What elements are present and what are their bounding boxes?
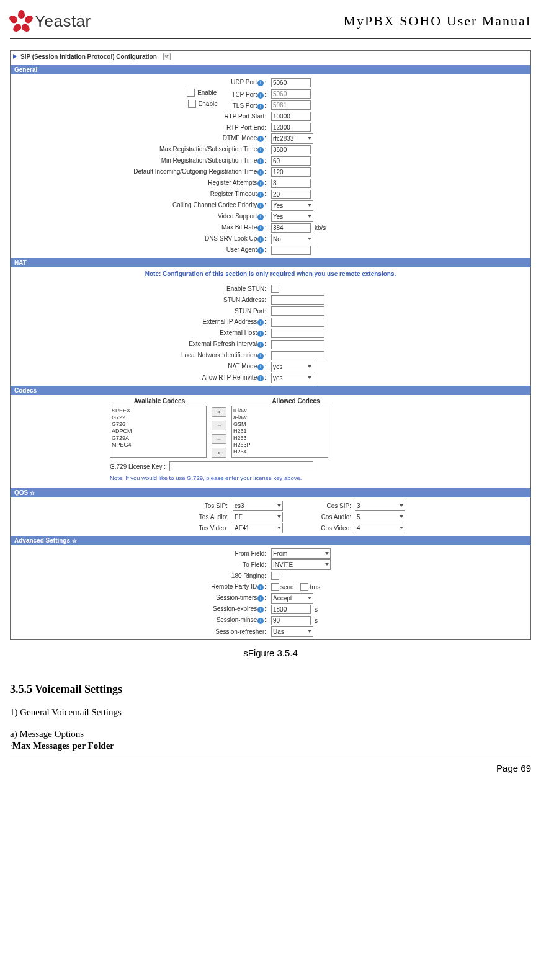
sip-config-title: SIP (Session Initiation Protocol) Config…	[20, 53, 157, 60]
available-codecs-list[interactable]: SPEEXG722G726ADPCMG729AMPEG4	[110, 406, 207, 458]
section-heading: 3.5.5 Voicemail Settings	[10, 683, 531, 696]
info-icon[interactable]: i	[257, 136, 264, 142]
info-icon[interactable]: i	[257, 192, 264, 198]
rtp-end-input[interactable]: 12000	[271, 123, 311, 132]
section-bar-codecs: Codecs	[11, 386, 530, 395]
collapse-icon: ☆	[30, 490, 35, 496]
session-expires-label: Session-expires	[213, 605, 257, 612]
session-minse-input[interactable]: 90	[271, 616, 311, 625]
ext-ip-input[interactable]	[271, 318, 324, 327]
enable-tls-label: Enable	[199, 100, 218, 107]
section-bar-advanced[interactable]: Advanced Settings ☆	[11, 536, 530, 545]
session-expires-input[interactable]: 1800	[271, 605, 311, 614]
max-reg-input[interactable]: 3600	[271, 145, 311, 154]
session-refresher-select[interactable]: Uas	[271, 626, 313, 637]
video-support-select[interactable]: Yes	[271, 212, 313, 222]
info-icon[interactable]: i	[257, 618, 264, 624]
info-icon[interactable]: i	[257, 147, 264, 153]
tos-video-select[interactable]: AF41	[233, 523, 283, 533]
codecs-area: Available Codecs Allowed Codecs SPEEXG72…	[11, 395, 530, 488]
tls-port-input[interactable]: 5061	[271, 100, 311, 110]
general-form: UDP Porti5060 EnableTCP Porti5060 Enable…	[11, 74, 530, 258]
info-icon[interactable]: i	[257, 584, 264, 590]
info-icon[interactable]: i	[257, 319, 264, 326]
ext-ip-label: External IP Address	[203, 318, 257, 325]
enable-tls-checkbox[interactable]	[188, 100, 196, 108]
to-field-select[interactable]: INVITE	[271, 559, 331, 570]
sip-config-screenshot: SIP (Session Initiation Protocol) Config…	[10, 50, 531, 640]
info-icon[interactable]: i	[257, 180, 264, 187]
info-icon[interactable]: i	[257, 364, 264, 370]
info-icon[interactable]: i	[257, 595, 264, 602]
codec-priority-select[interactable]: Yes	[271, 200, 313, 211]
figure-caption: sFigure 3.5.4	[10, 648, 531, 658]
from-field-select[interactable]: From	[271, 548, 331, 559]
stun-port-input[interactable]	[271, 306, 324, 316]
dtmf-mode-select[interactable]: rfc2833	[271, 133, 313, 144]
min-reg-input[interactable]: 60	[271, 156, 311, 166]
info-icon[interactable]: i	[257, 607, 264, 613]
info-icon[interactable]: i	[257, 375, 264, 381]
g729-license-input[interactable]	[169, 461, 313, 471]
remote-party-trust-checkbox[interactable]	[300, 583, 308, 591]
user-agent-input[interactable]	[271, 246, 311, 255]
session-timers-select[interactable]: Accept	[271, 593, 313, 604]
move-right-button[interactable]: →	[212, 421, 226, 430]
tcp-port-input[interactable]: 5060	[271, 89, 311, 99]
ringing-180-checkbox[interactable]	[271, 572, 279, 580]
unit-s: s	[315, 617, 318, 624]
info-icon[interactable]: i	[257, 92, 264, 99]
info-icon[interactable]: i	[257, 225, 264, 231]
enable-stun-checkbox[interactable]	[271, 285, 279, 293]
cos-video-select[interactable]: 4	[355, 523, 405, 533]
move-all-right-button[interactable]: »	[212, 407, 226, 417]
info-icon[interactable]: i	[257, 236, 264, 243]
info-icon[interactable]: i	[257, 331, 264, 337]
ext-refresh-input[interactable]	[271, 340, 324, 349]
udp-port-input[interactable]: 5060	[271, 78, 311, 87]
session-refresher-label: Session-refresher:	[11, 628, 267, 635]
enable-tcp-checkbox[interactable]	[187, 89, 195, 97]
local-net-input[interactable]	[271, 351, 324, 360]
dns-srv-select[interactable]: No	[271, 234, 313, 244]
info-icon[interactable]: i	[257, 342, 264, 348]
dtmf-mode-label: DTMF Mode	[223, 135, 257, 141]
stun-addr-label: STUN Address:	[11, 296, 267, 303]
reg-attempts-input[interactable]: 8	[271, 179, 311, 188]
info-icon[interactable]: i	[257, 203, 264, 209]
max-bitrate-input[interactable]: 384	[271, 223, 311, 233]
reg-timeout-input[interactable]: 20	[271, 190, 311, 199]
tos-audio-select[interactable]: EF	[233, 512, 283, 522]
nat-mode-select[interactable]: yes	[271, 362, 313, 372]
rtp-start-label: RTP Port Start:	[11, 113, 267, 120]
info-icon[interactable]: i	[257, 80, 264, 86]
cos-audio-label: Cos Audio:	[314, 514, 351, 520]
cos-sip-select[interactable]: 3	[355, 501, 405, 511]
subsection-a: a) Message Options	[10, 729, 531, 739]
move-all-left-button[interactable]: «	[212, 448, 226, 458]
allowed-codecs-list[interactable]: u-lawa-lawGSMH261H263H263PH264	[231, 406, 328, 458]
section-bar-qos[interactable]: QOS ☆	[11, 488, 530, 497]
def-reg-input[interactable]: 120	[271, 167, 311, 177]
qos-form: Tos SIP:cs3Cos SIP:3 Tos Audio:EFCos Aud…	[11, 497, 530, 536]
enable-tcp-label: Enable	[197, 89, 217, 96]
g729-license-label: G.729 License Key :	[110, 463, 166, 470]
tos-sip-select[interactable]: cs3	[233, 501, 283, 511]
info-icon[interactable]: i	[257, 353, 264, 359]
allow-rtp-select[interactable]: yes	[271, 373, 313, 383]
cos-audio-select[interactable]: 5	[355, 512, 405, 522]
sip-config-title-row[interactable]: SIP (Session Initiation Protocol) Config…	[11, 51, 530, 62]
session-timers-label: Session-timers	[216, 594, 257, 601]
remote-party-send-checkbox[interactable]	[271, 583, 279, 591]
rtp-start-input[interactable]: 10000	[271, 112, 311, 121]
info-icon[interactable]: i	[257, 247, 264, 254]
info-icon[interactable]: i	[257, 104, 264, 110]
ext-host-label: External Host	[220, 329, 257, 336]
info-icon[interactable]: i	[257, 214, 264, 220]
ext-host-input[interactable]	[271, 329, 324, 338]
move-left-button[interactable]: ←	[212, 434, 226, 444]
info-icon[interactable]: i	[257, 169, 264, 176]
info-icon[interactable]: i	[257, 158, 264, 164]
page: Yeastar MyPBX SOHO User Manual SIP (Sess…	[0, 0, 541, 786]
stun-addr-input[interactable]	[271, 295, 324, 305]
